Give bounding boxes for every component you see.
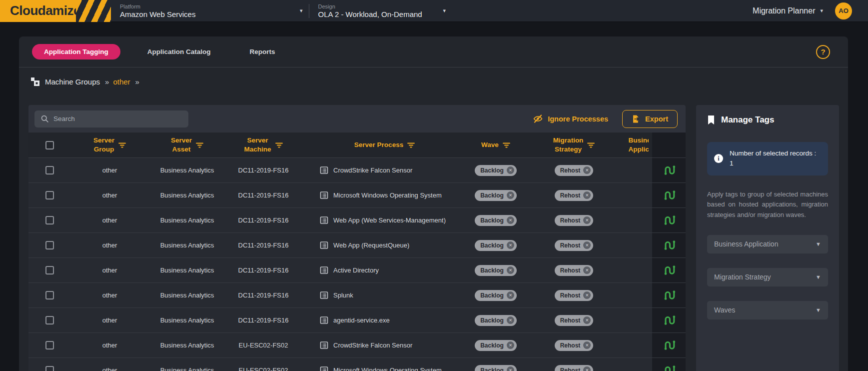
remove-strategy-icon[interactable]: × bbox=[583, 192, 591, 199]
column-header-select bbox=[28, 132, 71, 158]
cell-server-process: Splunk bbox=[301, 283, 468, 308]
cell-server-process: Web App (Web Services-Management) bbox=[301, 208, 468, 232]
linked-tags-icon[interactable] bbox=[663, 164, 676, 176]
cell-server-asset: Business Analytics bbox=[148, 158, 226, 182]
row-checkbox[interactable] bbox=[45, 316, 54, 324]
wave-chip: Backlog× bbox=[475, 290, 517, 301]
cell-server-group: other bbox=[71, 208, 148, 232]
remove-wave-icon[interactable]: × bbox=[507, 266, 514, 274]
wave-chip: Backlog× bbox=[475, 265, 517, 276]
filter-icon[interactable] bbox=[196, 142, 203, 148]
column-header-server-asset[interactable]: ServerAsset bbox=[148, 132, 226, 158]
remove-strategy-icon[interactable]: × bbox=[583, 342, 591, 349]
platform-selector[interactable]: Platform Amazon Web Services bbox=[120, 4, 295, 18]
column-header-server-group[interactable]: ServerGroup bbox=[71, 132, 148, 158]
strategy-chip: Rehost× bbox=[555, 215, 594, 226]
row-checkbox[interactable] bbox=[45, 366, 54, 371]
filter-icon[interactable] bbox=[407, 142, 415, 148]
migration-planner-menu[interactable]: Migration Planner ▾ bbox=[753, 6, 828, 16]
remove-strategy-icon[interactable]: × bbox=[583, 166, 591, 174]
cell-server-process: agentid-service.exe bbox=[301, 308, 468, 332]
column-header-server-machine[interactable]: ServerMachine bbox=[226, 132, 301, 158]
tab-reports[interactable]: Reports bbox=[238, 44, 287, 60]
remove-wave-icon[interactable]: × bbox=[507, 366, 514, 371]
cell-wave: Backlog× bbox=[468, 333, 523, 358]
remove-strategy-icon[interactable]: × bbox=[583, 292, 591, 299]
remove-wave-icon[interactable]: × bbox=[507, 166, 514, 174]
cell-server-group: other bbox=[71, 358, 148, 371]
cell-business-application bbox=[625, 308, 652, 332]
remove-strategy-icon[interactable]: × bbox=[583, 316, 591, 324]
tab-application-catalog[interactable]: Application Catalog bbox=[135, 44, 223, 60]
cell-server-asset: Business Analytics bbox=[148, 308, 226, 332]
help-button[interactable]: ? bbox=[816, 45, 830, 59]
avatar[interactable]: AO bbox=[835, 2, 852, 20]
remove-strategy-icon[interactable]: × bbox=[583, 366, 591, 371]
info-icon: i bbox=[714, 154, 723, 163]
select-all-checkbox[interactable] bbox=[45, 141, 54, 150]
filter-icon[interactable] bbox=[275, 142, 283, 148]
breadcrumb-current[interactable]: other bbox=[113, 78, 130, 86]
remove-wave-icon[interactable]: × bbox=[507, 292, 514, 299]
cell-wave: Backlog× bbox=[468, 258, 523, 282]
remove-strategy-icon[interactable]: × bbox=[583, 242, 591, 249]
linked-tags-icon[interactable] bbox=[663, 290, 676, 301]
export-button[interactable]: Export bbox=[622, 110, 678, 128]
migration-strategy-dropdown[interactable]: Migration Strategy▼ bbox=[707, 268, 828, 286]
cell-server-group: other bbox=[71, 183, 148, 208]
row-checkbox[interactable] bbox=[45, 166, 54, 174]
linked-tags-icon[interactable] bbox=[663, 314, 676, 326]
platform-label: Platform bbox=[120, 4, 295, 10]
chevron-down-icon[interactable]: ▾ bbox=[300, 8, 303, 14]
remove-strategy-icon[interactable]: × bbox=[583, 216, 591, 224]
remove-wave-icon[interactable]: × bbox=[507, 316, 514, 324]
chevron-down-icon[interactable]: ▾ bbox=[443, 8, 446, 14]
linked-tags-icon[interactable] bbox=[663, 264, 676, 276]
row-checkbox[interactable] bbox=[45, 341, 54, 350]
column-header-tag-links[interactable] bbox=[652, 132, 686, 158]
cell-tag-links bbox=[652, 158, 686, 182]
design-selector[interactable]: Design OLA 2 - Workload, On-Demand bbox=[318, 4, 438, 18]
process-icon bbox=[320, 341, 328, 350]
linked-tags-icon[interactable] bbox=[663, 364, 676, 371]
breadcrumb-root[interactable]: Machine Groups bbox=[45, 78, 100, 86]
table-row: otherBusiness AnalyticsDC11-2019-FS16Web… bbox=[28, 208, 686, 233]
remove-wave-icon[interactable]: × bbox=[507, 192, 514, 199]
remove-strategy-icon[interactable]: × bbox=[583, 266, 591, 274]
cell-business-application bbox=[625, 283, 652, 308]
linked-tags-icon[interactable] bbox=[663, 214, 676, 226]
cell-migration-strategy: Rehost× bbox=[523, 358, 625, 371]
remove-wave-icon[interactable]: × bbox=[507, 342, 514, 349]
linked-tags-icon[interactable] bbox=[663, 340, 676, 351]
column-header-server-process[interactable]: Server Process bbox=[301, 132, 468, 158]
cell-tag-links bbox=[652, 358, 686, 371]
remove-wave-icon[interactable]: × bbox=[507, 216, 514, 224]
tab-application-tagging[interactable]: Application Tagging bbox=[32, 44, 120, 60]
remove-wave-icon[interactable]: × bbox=[507, 242, 514, 249]
filter-icon[interactable] bbox=[587, 142, 595, 148]
search-input[interactable] bbox=[53, 115, 182, 122]
cell-server-group: other bbox=[71, 283, 148, 308]
chevron-down-icon: ▾ bbox=[820, 8, 823, 14]
waves-dropdown[interactable]: Waves▼ bbox=[707, 301, 828, 320]
row-checkbox[interactable] bbox=[45, 216, 54, 224]
linked-tags-icon[interactable] bbox=[663, 190, 676, 201]
linked-tags-icon[interactable] bbox=[663, 240, 676, 251]
row-checkbox[interactable] bbox=[45, 191, 54, 200]
cell-server-process: CrowdStrike Falcon Sensor bbox=[301, 158, 468, 182]
chevron-down-icon: ▼ bbox=[816, 307, 821, 313]
row-checkbox[interactable] bbox=[45, 266, 54, 274]
filter-icon[interactable] bbox=[503, 142, 510, 148]
column-header-migration-strategy[interactable]: MigrationStrategy bbox=[523, 132, 625, 158]
eye-slash-icon bbox=[533, 114, 543, 124]
business-application-dropdown[interactable]: Business Application▼ bbox=[707, 235, 828, 254]
ignore-processes-button[interactable]: Ignore Processes bbox=[533, 114, 608, 124]
cell-server-process: Active Directory bbox=[301, 258, 468, 282]
column-header-wave[interactable]: Wave bbox=[468, 132, 523, 158]
filter-icon[interactable] bbox=[118, 142, 126, 148]
cell-tag-links bbox=[652, 233, 686, 258]
brand-logo[interactable]: Cloudamize ™ bbox=[0, 0, 76, 22]
row-checkbox[interactable] bbox=[45, 291, 54, 300]
row-checkbox[interactable] bbox=[45, 241, 54, 250]
column-header-business-application[interactable]: BusinessApplication bbox=[625, 132, 652, 158]
